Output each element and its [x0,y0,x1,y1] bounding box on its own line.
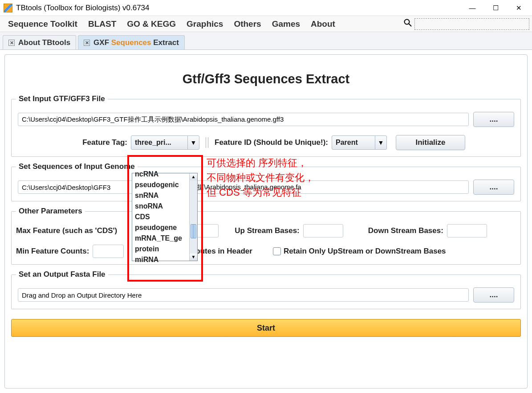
checkbox-icon [273,247,281,255]
section-output: Set an Output Fasta File Drag and Drop a… [11,274,521,309]
feature-id-combo[interactable]: Parent ▼ [332,135,387,150]
down-stream-input[interactable] [447,224,487,237]
window-controls: — ☐ ✕ [461,1,530,15]
start-button[interactable]: Start [11,319,521,337]
feature-id-value: Parent [332,139,375,147]
close-button[interactable]: ✕ [507,1,530,15]
section-other-params: Other Parameters Max Feature (such as 'C… [11,211,521,265]
output-browse-button[interactable]: .... [473,287,514,303]
svg-line-1 [409,24,411,26]
close-icon[interactable]: ✕ [84,40,90,46]
tab-gxf-sequences-extract[interactable]: ✕ GXF Sequences Extract [78,35,185,49]
genome-browse-button[interactable]: .... [473,180,514,195]
menu-blast[interactable]: BLAST [83,19,122,29]
genome-path-input[interactable]: C:\Users\ccj04\Desktop\GFF3 数据\Arabidops… [18,180,469,194]
feature-tag-combo[interactable]: three_pri... ▼ [131,135,199,150]
dropdown-scrollbar[interactable]: ▲ ▼ [189,173,197,261]
main-panel: Gtf/Gff3 Sequences Extract Set Input GTF… [4,54,528,389]
feature-id-label: Feature ID (Should be Unique!): [215,138,328,147]
feature-tag-dropdown[interactable]: ncRNA pseudogenic snRNA snoRNA CDS pseud… [132,173,198,261]
retain-only-label: Retain Only UpStream or DownStream Bases [284,247,446,256]
dropdown-item[interactable]: mRNA_TE_ge [132,233,189,244]
min-feature-label: Min Feature Counts: [16,247,89,256]
search-icon[interactable] [404,19,412,29]
section-input-genome: Set Sequences of Input Genome C:\Users\c… [11,167,521,201]
page-title: Gtf/Gff3 Sequences Extract [11,72,521,86]
chevron-down-icon: ▼ [375,136,386,149]
menu-sequence-toolkit[interactable]: Sequence Toolkit [3,19,83,29]
menu-games[interactable]: Games [267,19,305,29]
retain-only-checkbox[interactable]: Retain Only UpStream or DownStream Bases [273,247,446,256]
scroll-down-icon[interactable]: ▼ [190,254,197,261]
max-feature-label: Max Feature (such as 'CDS') [16,226,117,235]
separator [206,137,208,148]
dropdown-item[interactable]: miRNA [132,254,189,265]
menu-graphics[interactable]: Graphics [181,19,228,29]
section-legend: Set Input GTF/GFF3 File [16,94,108,103]
output-path-input[interactable]: Drag and Drop an Output Directory Here [18,288,469,302]
menubar: Sequence Toolkit BLAST GO & KEGG Graphic… [0,16,532,32]
search-input[interactable] [414,18,529,30]
dropdown-item[interactable]: pseudogenic [132,180,189,190]
scroll-thumb[interactable] [191,224,196,238]
tabbar: ✕ About TBtools ✕ GXF Sequences Extract [0,32,532,50]
up-stream-label: Up Stream Bases: [235,226,300,235]
min-feature-input[interactable] [93,245,124,258]
minimize-button[interactable]: — [461,1,484,15]
section-legend: Other Parameters [16,207,85,216]
down-stream-label: Down Stream Bases: [368,226,443,235]
app-icon [4,4,12,12]
dropdown-list: ncRNA pseudogenic snRNA snoRNA CDS pseud… [132,173,189,261]
output-placeholder: Drag and Drop an Output Directory Here [22,291,142,299]
feature-tag-label: Feature Tag: [18,138,127,147]
main-area: Gtf/Gff3 Sequences Extract Set Input GTF… [0,50,532,393]
chevron-down-icon: ▼ [187,136,199,149]
dropdown-item[interactable]: pseudogene [132,222,189,233]
dropdown-item[interactable]: snRNA [132,190,189,201]
titlebar: TBtools (Toolbox for Biologists) v0.6734… [0,0,532,16]
maximize-button[interactable]: ☐ [484,1,507,15]
section-legend: Set Sequences of Input Genome [16,162,138,171]
gff-browse-button[interactable]: .... [473,112,514,127]
svg-point-0 [405,20,410,25]
section-input-gff: Set Input GTF/GFF3 File .... Feature Tag… [11,99,521,157]
dropdown-item[interactable]: snoRNA [132,201,189,212]
initialize-button[interactable]: Initialize [396,135,465,150]
menu-about[interactable]: About [305,19,341,29]
tab-about-tbtools[interactable]: ✕ About TBtools [3,35,76,49]
menu-others[interactable]: Others [228,19,266,29]
menu-go-kegg[interactable]: GO & KEGG [122,19,181,29]
tab-label: About TBtools [18,38,70,47]
gff-path-input[interactable] [18,113,469,126]
up-stream-input[interactable] [303,224,343,237]
scroll-up-icon[interactable]: ▲ [190,173,197,180]
close-icon[interactable]: ✕ [8,40,15,46]
dropdown-item[interactable]: protein [132,244,189,254]
dropdown-item[interactable]: CDS [132,212,189,222]
section-legend: Set an Output Fasta File [16,270,108,279]
window-title: TBtools (Toolbox for Biologists) v0.6734 [16,4,461,12]
feature-tag-value: three_pri... [131,139,187,147]
tab-label: GXF Sequences Extract [93,38,179,47]
dropdown-item[interactable]: ncRNA [132,169,189,180]
